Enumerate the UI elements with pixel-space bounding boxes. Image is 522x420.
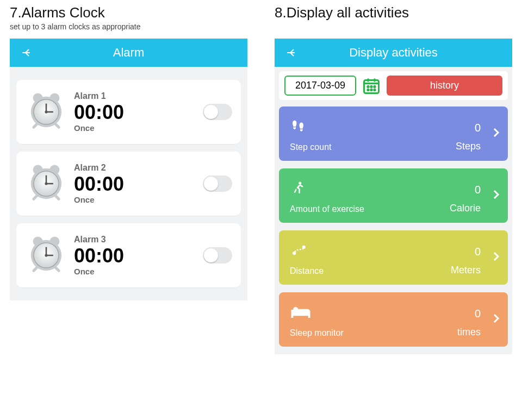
back-arrow-icon[interactable] bbox=[285, 46, 299, 59]
chevron-right-icon bbox=[489, 188, 502, 203]
alarm-screen-title: Alarm bbox=[10, 46, 247, 60]
svg-point-30 bbox=[374, 89, 375, 90]
svg-point-27 bbox=[374, 86, 375, 87]
back-arrow-icon[interactable] bbox=[21, 46, 34, 59]
alarm-time: 00:00 bbox=[74, 245, 203, 267]
alarm-toggle[interactable] bbox=[203, 104, 232, 120]
activity-label: Amount of exercise bbox=[290, 204, 364, 214]
activity-value: 0 bbox=[475, 246, 481, 258]
alarm-topbar: Alarm bbox=[10, 39, 247, 67]
runner-icon bbox=[290, 179, 364, 198]
alarm-name: Alarm 3 bbox=[74, 235, 203, 245]
svg-point-23 bbox=[45, 254, 47, 256]
alarm-name: Alarm 1 bbox=[74, 91, 203, 101]
section-title-alarms: 7.Alarms Clock bbox=[10, 4, 247, 21]
activity-card[interactable]: Step count 0 Steps bbox=[279, 106, 508, 161]
date-history-bar: 2017-03-09 history bbox=[279, 71, 508, 100]
date-selector[interactable]: 2017-03-09 bbox=[284, 76, 356, 96]
activity-card[interactable]: Sleep monitor 0 times bbox=[279, 292, 508, 347]
svg-point-34 bbox=[294, 309, 297, 312]
activity-label: Step count bbox=[290, 142, 332, 152]
activity-unit: times bbox=[457, 327, 481, 338]
footprints-icon bbox=[290, 117, 332, 136]
activity-value: 0 bbox=[475, 308, 481, 320]
alarm-time: 00:00 bbox=[74, 101, 203, 123]
alarm-name: Alarm 2 bbox=[74, 163, 203, 173]
calendar-icon[interactable] bbox=[362, 76, 381, 96]
alarm-clock-icon bbox=[22, 231, 71, 280]
activity-card[interactable]: Distance 0 Meters bbox=[279, 230, 508, 285]
alarm-list: Alarm 1 00:00 Once bbox=[10, 67, 247, 300]
svg-point-26 bbox=[371, 86, 372, 87]
alarm-repeat: Once bbox=[74, 267, 203, 276]
activities-topbar: Display activities bbox=[275, 39, 512, 67]
activity-card[interactable]: Amount of exercise 0 Calorie bbox=[279, 168, 508, 223]
alarm-card[interactable]: Alarm 1 00:00 Once bbox=[16, 80, 241, 144]
svg-point-28 bbox=[368, 89, 369, 90]
svg-point-31 bbox=[299, 182, 301, 185]
svg-point-29 bbox=[371, 89, 372, 90]
chevron-right-icon bbox=[489, 250, 502, 265]
alarm-clock-icon bbox=[22, 159, 71, 208]
activity-value: 0 bbox=[475, 122, 481, 134]
chevron-right-icon bbox=[489, 126, 502, 141]
section-subtitle-activities bbox=[275, 22, 512, 32]
svg-point-25 bbox=[368, 86, 369, 87]
alarm-toggle[interactable] bbox=[203, 247, 232, 264]
svg-point-15 bbox=[45, 182, 47, 185]
alarm-repeat: Once bbox=[74, 195, 203, 204]
alarm-clock-icon bbox=[22, 87, 71, 136]
section-subtitle-alarms: set up to 3 alarm clocks as appropriate bbox=[10, 22, 247, 32]
activity-unit: Meters bbox=[451, 265, 481, 276]
activity-value: 0 bbox=[475, 184, 481, 196]
activity-label: Distance bbox=[290, 266, 324, 276]
section-title-activities: 8.Display all activities bbox=[275, 4, 512, 21]
svg-point-7 bbox=[45, 110, 47, 113]
route-icon bbox=[290, 241, 324, 260]
alarm-card[interactable]: Alarm 2 00:00 Once bbox=[16, 152, 241, 216]
alarm-card[interactable]: Alarm 3 00:00 Once bbox=[16, 223, 241, 287]
bed-icon bbox=[290, 303, 344, 322]
alarm-repeat: Once bbox=[74, 123, 203, 133]
activities-screen: Display activities 2017-03-09 history St… bbox=[275, 39, 512, 354]
alarm-screen: Alarm Alarm 1 bbox=[10, 39, 247, 300]
activity-unit: Steps bbox=[456, 141, 481, 152]
activity-list: Step count 0 Steps Amount of exercise 0 … bbox=[275, 106, 512, 347]
activities-screen-title: Display activities bbox=[275, 46, 512, 60]
activity-label: Sleep monitor bbox=[290, 328, 344, 338]
history-button[interactable]: history bbox=[387, 76, 502, 96]
chevron-right-icon bbox=[489, 312, 502, 327]
activity-unit: Calorie bbox=[450, 203, 481, 214]
alarm-time: 00:00 bbox=[74, 173, 203, 195]
alarm-toggle[interactable] bbox=[203, 175, 232, 192]
